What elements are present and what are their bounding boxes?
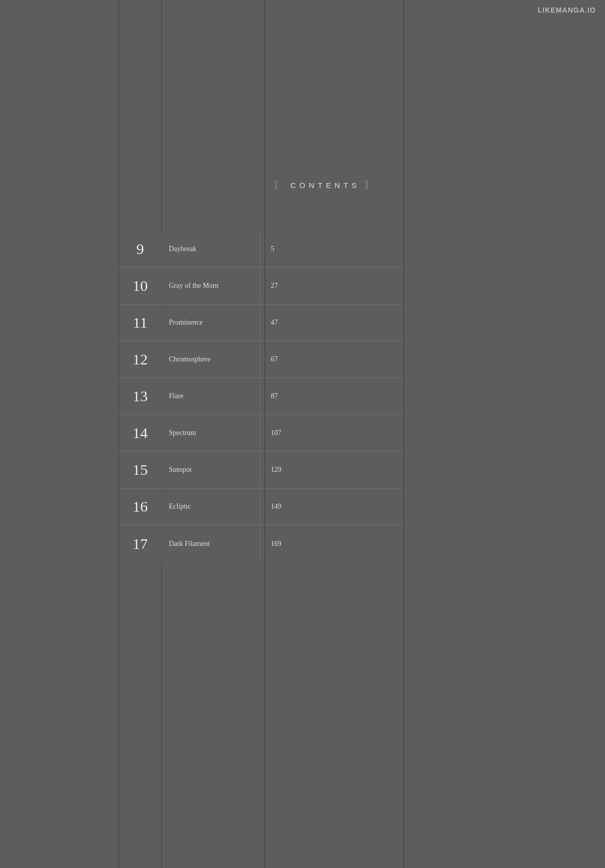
chapter-title: Sunspot [162, 466, 260, 474]
chapter-title: Daybreak [162, 245, 260, 253]
table-row: 10Gray of the Morn27 [119, 268, 404, 304]
chapter-title: Ecliptic [162, 503, 260, 511]
page-number: 5 [261, 245, 274, 253]
chapter-number: 14 [119, 424, 161, 442]
chapter-number: 9 [119, 240, 161, 258]
contents-header: 〖 CONTENTS 〗 [274, 179, 377, 191]
chapter-title: Gray of the Morn [162, 282, 260, 290]
page-number: 87 [261, 392, 278, 400]
bracket-right-icon: 〗 [365, 179, 377, 191]
table-row: 12Chromosphere67 [119, 341, 404, 378]
chapter-number: 17 [119, 535, 161, 552]
chapter-number: 15 [119, 461, 161, 478]
bracket-left-icon: 〖 [274, 179, 286, 191]
chapter-number: 10 [119, 277, 161, 294]
page-number: 129 [261, 466, 281, 474]
chapter-title: Chromosphere [162, 355, 260, 363]
table-row: 14Spectrum107 [119, 415, 404, 452]
table-row: 9Daybreak5 [119, 231, 404, 268]
table-row: 16Ecliptic149 [119, 488, 404, 525]
chapter-title: Prominence [162, 319, 260, 327]
table-row: 15Sunspot129 [119, 452, 404, 488]
contents-title: CONTENTS [290, 181, 360, 190]
chapter-number: 13 [119, 388, 161, 405]
chapter-title: Flare [162, 392, 260, 400]
page-number: 67 [261, 355, 278, 363]
table-row: 13Flare87 [119, 378, 404, 415]
watermark: LIKEMANGA.IO [538, 6, 596, 14]
page-number: 27 [261, 282, 278, 290]
table-row: 11Prominence47 [119, 304, 404, 341]
table-row: 17Dark Filament169 [119, 525, 404, 562]
chapter-title: Dark Filament [162, 540, 260, 548]
chapter-number: 16 [119, 498, 161, 515]
page-number: 169 [261, 540, 281, 548]
page-number: 107 [261, 429, 281, 437]
chapter-number: 11 [119, 314, 161, 331]
page-number: 149 [261, 503, 281, 511]
toc-container: 9Daybreak510Gray of the Morn2711Prominen… [119, 231, 404, 562]
page-number: 47 [261, 319, 278, 327]
chapter-number: 12 [119, 351, 161, 368]
chapter-title: Spectrum [162, 429, 260, 437]
